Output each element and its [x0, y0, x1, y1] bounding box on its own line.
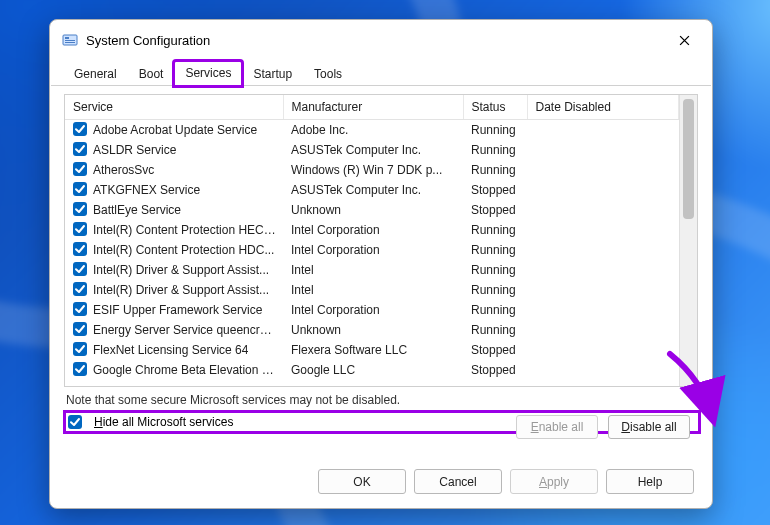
system-configuration-dialog: System Configuration General Boot Servic…: [49, 19, 713, 509]
close-button[interactable]: [662, 25, 706, 55]
col-header-manufacturer[interactable]: Manufacturer: [283, 95, 463, 120]
checkbox-icon: [68, 415, 82, 429]
checkbox-icon[interactable]: [73, 282, 87, 296]
checkbox-icon[interactable]: [73, 242, 87, 256]
checkbox-icon[interactable]: [73, 122, 87, 136]
service-date-disabled: [527, 180, 679, 200]
table-row[interactable]: Intel(R) Content Protection HDC...Intel …: [65, 240, 679, 260]
service-status: Stopped: [463, 180, 527, 200]
tab-general[interactable]: General: [63, 62, 128, 86]
service-status: Stopped: [463, 340, 527, 360]
tab-startup[interactable]: Startup: [242, 62, 303, 86]
col-header-status[interactable]: Status: [463, 95, 527, 120]
service-name: Google Chrome Beta Elevation S...: [93, 363, 277, 377]
service-date-disabled: [527, 200, 679, 220]
service-date-disabled: [527, 340, 679, 360]
service-date-disabled: [527, 320, 679, 340]
table-row[interactable]: FlexNet Licensing Service 64Flexera Soft…: [65, 340, 679, 360]
scrollbar-thumb[interactable]: [683, 99, 694, 219]
service-manufacturer: Intel Corporation: [283, 240, 463, 260]
service-name: Intel(R) Driver & Support Assist...: [93, 263, 269, 277]
service-name: Energy Server Service queencreek: [93, 323, 277, 337]
service-status: Stopped: [463, 360, 527, 380]
service-manufacturer: Adobe Inc.: [283, 120, 463, 140]
service-status: Running: [463, 240, 527, 260]
service-manufacturer: Intel Corporation: [283, 300, 463, 320]
disable-all-button[interactable]: Disable all: [608, 415, 690, 439]
checkbox-icon[interactable]: [73, 142, 87, 156]
checkbox-icon[interactable]: [73, 322, 87, 336]
checkbox-icon[interactable]: [73, 262, 87, 276]
service-manufacturer: Google LLC: [283, 360, 463, 380]
table-row[interactable]: Adobe Acrobat Update ServiceAdobe Inc.Ru…: [65, 120, 679, 140]
service-status: Running: [463, 280, 527, 300]
table-row[interactable]: BattlEye ServiceUnknownStopped: [65, 200, 679, 220]
cancel-button[interactable]: Cancel: [414, 469, 502, 494]
service-date-disabled: [527, 140, 679, 160]
service-manufacturer: ASUSTek Computer Inc.: [283, 140, 463, 160]
service-manufacturer: Flexera Software LLC: [283, 340, 463, 360]
enable-all-button[interactable]: Enable all: [516, 415, 598, 439]
service-status: Running: [463, 220, 527, 240]
service-status: Running: [463, 300, 527, 320]
service-status: Stopped: [463, 200, 527, 220]
ok-button[interactable]: OK: [318, 469, 406, 494]
service-name: AtherosSvc: [93, 163, 154, 177]
services-table: Service Manufacturer Status Date Disable…: [65, 95, 679, 380]
service-date-disabled: [527, 300, 679, 320]
service-name: ASLDR Service: [93, 143, 176, 157]
checkbox-icon[interactable]: [73, 342, 87, 356]
service-manufacturer: Intel Corporation: [283, 220, 463, 240]
vertical-scrollbar[interactable]: [679, 95, 697, 386]
service-name: Intel(R) Content Protection HECI...: [93, 223, 277, 237]
checkbox-icon[interactable]: [73, 362, 87, 376]
service-status: Running: [463, 260, 527, 280]
checkbox-icon[interactable]: [73, 182, 87, 196]
titlebar: System Configuration: [50, 20, 712, 60]
svg-rect-1: [65, 37, 69, 39]
service-name: BattlEye Service: [93, 203, 181, 217]
col-header-service[interactable]: Service: [65, 95, 283, 120]
apply-button[interactable]: Apply: [510, 469, 598, 494]
checkbox-icon[interactable]: [73, 202, 87, 216]
svg-rect-3: [65, 42, 75, 43]
service-manufacturer: Windows (R) Win 7 DDK p...: [283, 160, 463, 180]
help-button[interactable]: Help: [606, 469, 694, 494]
service-name: FlexNet Licensing Service 64: [93, 343, 248, 357]
services-table-container: Service Manufacturer Status Date Disable…: [64, 94, 698, 387]
tabstrip: General Boot Services Startup Tools: [51, 60, 711, 86]
dialog-footer: OK Cancel Apply Help: [50, 457, 712, 508]
checkbox-icon[interactable]: [73, 162, 87, 176]
table-row[interactable]: ATKGFNEX ServiceASUSTek Computer Inc.Sto…: [65, 180, 679, 200]
service-status: Running: [463, 320, 527, 340]
service-date-disabled: [527, 240, 679, 260]
service-name: Adobe Acrobat Update Service: [93, 123, 257, 137]
service-date-disabled: [527, 220, 679, 240]
table-row[interactable]: Intel(R) Driver & Support Assist...Intel…: [65, 280, 679, 300]
table-row[interactable]: ASLDR ServiceASUSTek Computer Inc.Runnin…: [65, 140, 679, 160]
tab-boot[interactable]: Boot: [128, 62, 175, 86]
tab-services[interactable]: Services: [174, 61, 242, 86]
checkbox-icon[interactable]: [73, 302, 87, 316]
service-manufacturer: Unknown: [283, 320, 463, 340]
checkbox-icon[interactable]: [73, 222, 87, 236]
service-manufacturer: ASUSTek Computer Inc.: [283, 180, 463, 200]
hide-microsoft-services-label: Hide all Microsoft services: [94, 415, 233, 429]
service-manufacturer: Intel: [283, 280, 463, 300]
service-date-disabled: [527, 160, 679, 180]
tab-tools[interactable]: Tools: [303, 62, 353, 86]
table-row[interactable]: Energy Server Service queencreekUnknownR…: [65, 320, 679, 340]
table-row[interactable]: ESIF Upper Framework ServiceIntel Corpor…: [65, 300, 679, 320]
service-name: Intel(R) Driver & Support Assist...: [93, 283, 269, 297]
close-icon: [679, 35, 690, 46]
svg-rect-2: [65, 40, 75, 41]
table-row[interactable]: AtherosSvcWindows (R) Win 7 DDK p...Runn…: [65, 160, 679, 180]
col-header-date-disabled[interactable]: Date Disabled: [527, 95, 679, 120]
table-row[interactable]: Google Chrome Beta Elevation S...Google …: [65, 360, 679, 380]
service-date-disabled: [527, 360, 679, 380]
table-row[interactable]: Intel(R) Driver & Support Assist...Intel…: [65, 260, 679, 280]
table-row[interactable]: Intel(R) Content Protection HECI...Intel…: [65, 220, 679, 240]
app-icon: [62, 32, 78, 48]
service-status: Running: [463, 160, 527, 180]
service-status: Running: [463, 120, 527, 140]
